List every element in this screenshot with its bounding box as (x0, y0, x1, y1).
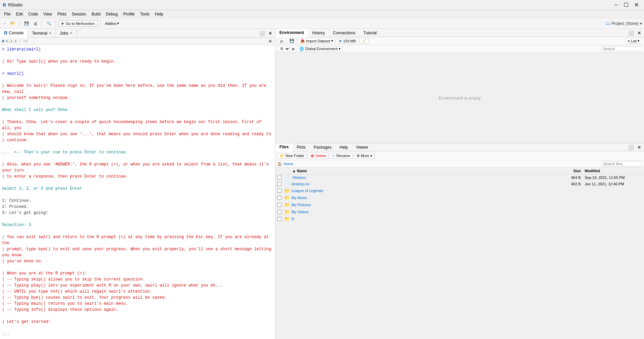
header-name: ▲ Name (290, 168, 556, 174)
file-icon: 📄 (283, 175, 290, 180)
row-checkbox[interactable] (275, 210, 283, 214)
console-line: | -- UNTIL you type nxt() which will reg… (2, 289, 273, 295)
app-icon: R (3, 2, 6, 8)
menu-plots[interactable]: Plots (55, 11, 69, 17)
memory-button[interactable]: ▶ 159 MB (337, 38, 358, 44)
maximize-button[interactable]: ☐ (621, 1, 631, 9)
menu-debug[interactable]: Debug (103, 11, 121, 17)
close-button[interactable]: ✕ (631, 1, 641, 9)
folder-name[interactable]: My Videos (290, 210, 556, 214)
row-checkbox[interactable] (275, 196, 283, 200)
tab-help[interactable]: Help (336, 143, 352, 151)
file-name[interactable]: desktop.ini (290, 182, 556, 186)
row-checkbox[interactable] (275, 182, 283, 186)
new-script-button[interactable]: + (2, 21, 7, 27)
files-panel-close[interactable]: ✕ (636, 144, 643, 151)
env-panel-maximize[interactable]: ⬜ (627, 30, 635, 36)
tab-environment[interactable]: Environment (275, 29, 308, 37)
global-env-label: Global Environment (305, 47, 338, 51)
menu-code[interactable]: Code (26, 11, 41, 17)
console-line (2, 264, 273, 270)
console-close-button[interactable]: ✕ (267, 30, 274, 37)
tab-packages[interactable]: Packages (310, 143, 336, 151)
r-version: R (2, 39, 4, 43)
title-bar: R RStudio − ☐ ✕ (0, 0, 644, 10)
files-search[interactable] (602, 161, 642, 166)
folder-name[interactable]: My Pictures (290, 203, 556, 207)
goto-file-label: Go to file/function (66, 22, 95, 26)
more-button[interactable]: ⚙ More ▾ (354, 153, 375, 159)
load-workspace-button[interactable]: 🗂 (277, 38, 286, 44)
tab-files[interactable]: Files (275, 143, 293, 151)
save-button[interactable]: 💾 (23, 20, 31, 27)
menu-file[interactable]: File (1, 11, 13, 17)
console-line: Select 1, 2, or 3 and press Enter (2, 186, 273, 192)
console-output[interactable]: > library(swirl) | Hi! Type swirl() when… (0, 45, 275, 339)
gear-icon: ⚙ (357, 154, 360, 158)
import-dataset-button[interactable]: 📥 Import Dataset ▾ (298, 38, 336, 44)
menu-help[interactable]: Help (152, 11, 166, 17)
console-line: | Welcome to swirl! Please sign in. If y… (2, 83, 273, 95)
tab-plots[interactable]: Plots (293, 143, 310, 151)
menu-tools[interactable]: Tools (137, 11, 152, 17)
folder-name[interactable]: League of Legends (290, 189, 556, 193)
sort-arrow: ▲ (292, 169, 296, 173)
tab-viewer[interactable]: Viewer (352, 143, 372, 151)
import-icon: 📥 (300, 39, 305, 43)
row-checkbox[interactable] (275, 217, 283, 221)
env-panel-close[interactable]: ✕ (636, 30, 643, 36)
terminal-close-icon[interactable]: ✕ (49, 31, 52, 35)
print-button[interactable]: 🖨 (32, 21, 39, 27)
main-toolbar: + 📂 💾 🖨 🔍 ▶ Go to file/function Addins ▾… (0, 18, 644, 29)
global-env-button[interactable]: 🌐 Global Environment ▾ (297, 46, 343, 52)
addins-button[interactable]: Addins ▾ (103, 20, 121, 27)
file-name[interactable]: .Rhistory (290, 176, 556, 180)
tab-history[interactable]: History (308, 29, 329, 37)
tab-tutorial[interactable]: Tutorial (359, 29, 381, 37)
console-scroll-top[interactable]: ⊘ (267, 38, 273, 44)
menu-build[interactable]: Build (89, 11, 103, 17)
files-header: ▲ Name Size Modified (275, 167, 644, 175)
list-view-button[interactable]: ≡ List ▾ (625, 38, 642, 44)
clean-button[interactable]: 🧹 (360, 38, 369, 44)
new-folder-icon: 📁 (280, 154, 284, 158)
r-select[interactable]: R (277, 46, 290, 52)
memory-label: 159 MB (343, 39, 356, 43)
right-panel: Environment History Connections Tutorial… (275, 29, 644, 339)
folder-icon: 📁 (283, 188, 290, 193)
menu-bar: File Edit Code View Plots Session Build … (0, 10, 644, 18)
env-search[interactable] (602, 46, 642, 51)
row-checkbox[interactable] (275, 189, 283, 193)
menu-view[interactable]: View (41, 11, 55, 17)
open-button[interactable]: 📂 (9, 20, 17, 27)
tab-terminal[interactable]: Terminal ✕ (28, 29, 56, 37)
breadcrumb-home[interactable]: Home (283, 162, 293, 166)
tab-jobs[interactable]: Jobs ✕ (56, 29, 77, 37)
menu-session[interactable]: Session (69, 11, 89, 17)
new-folder-button[interactable]: 📁 New Folder (277, 153, 307, 159)
console-maximize-button[interactable]: ⬜ (258, 30, 266, 37)
row-checkbox[interactable] (275, 203, 283, 207)
rename-button[interactable]: ✏ Rename (330, 153, 353, 159)
folder-name[interactable]: My Music (290, 196, 556, 200)
delete-button[interactable]: ⊗ Delete (308, 152, 329, 159)
minimize-button[interactable]: − (611, 1, 621, 9)
tab-console[interactable]: R Console (0, 29, 28, 38)
find-button[interactable]: 🔍 (45, 20, 53, 27)
console-line (2, 143, 273, 149)
console-line: Selection: 3 (2, 222, 273, 228)
jobs-close-icon[interactable]: ✕ (70, 31, 72, 35)
files-panel-maximize[interactable]: ⬜ (627, 144, 635, 151)
save-workspace-button[interactable]: 💾 (287, 38, 297, 44)
folder-name[interactable]: R (290, 217, 556, 221)
row-checkbox[interactable] (275, 176, 283, 180)
menu-edit[interactable]: Edit (13, 11, 26, 17)
console-line: ... (2, 331, 273, 337)
list-icon: ≡ (628, 39, 630, 43)
file-size: 464 B (556, 176, 583, 180)
more-arrow: ▾ (370, 154, 372, 158)
goto-file-button[interactable]: ▶ Go to file/function (59, 20, 98, 27)
tab-connections[interactable]: Connections (329, 29, 360, 37)
menu-profile[interactable]: Profile (121, 11, 137, 17)
window-controls[interactable]: − ☐ ✕ (611, 1, 641, 9)
